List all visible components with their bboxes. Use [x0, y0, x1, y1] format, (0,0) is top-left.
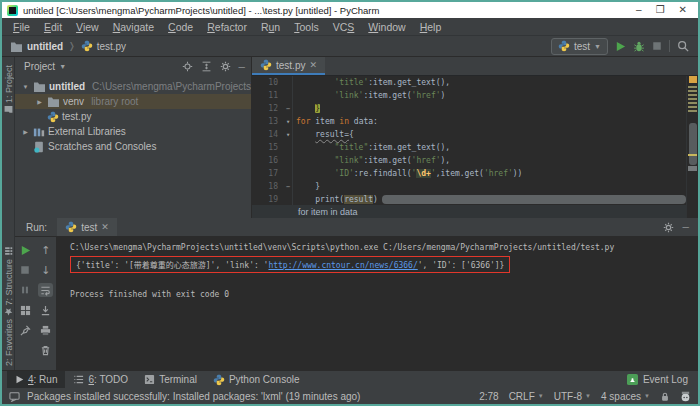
tree-item-external-libraries[interactable]: ▶ External Libraries [15, 124, 251, 139]
chevron-down-icon[interactable]: ▼ [21, 84, 30, 90]
hide-panel-button[interactable]: ─ [239, 62, 245, 72]
locate-file-button[interactable] [182, 61, 193, 72]
debug-button[interactable] [633, 40, 645, 52]
indent-widget[interactable]: 4 spaces▼ [601, 391, 650, 402]
run-configuration-select[interactable]: test ▼ [551, 38, 608, 55]
close-button[interactable]: ✕ [679, 2, 687, 18]
stripe-mark-thumb[interactable] [689, 123, 697, 165]
stripe-mark-tick [688, 106, 697, 108]
run-console[interactable]: C:\Users\mengma\PycharmProjects\untitled… [57, 237, 698, 370]
encoding-widget[interactable]: UTF-8▼ [554, 391, 591, 402]
maximize-button[interactable]: ❐ [656, 2, 665, 18]
error-stripe-scrollbar[interactable] [686, 76, 698, 218]
python-icon [213, 374, 225, 386]
code-segment: :item.get_text(), [368, 143, 450, 152]
code-line-14[interactable]: 14 ▾ result={ [252, 128, 686, 141]
caret-position-widget[interactable]: 2:78 [479, 391, 498, 402]
code-line-12[interactable]: 12 − } [252, 102, 686, 115]
clear-all-button[interactable] [38, 343, 53, 357]
line-number: 15 [252, 143, 282, 152]
code-segment: :item.get( [363, 91, 411, 100]
breadcrumb-untitled[interactable]: untitled [10, 41, 63, 52]
code-segment: 'title' [335, 78, 369, 87]
code-line-11[interactable]: 11 'link':item.get('href') [252, 89, 686, 102]
menu-refactor[interactable]: Refactor [200, 21, 254, 33]
chevron-right-icon[interactable]: ▶ [21, 128, 30, 135]
code-line-17[interactable]: 17 'ID':re.findall('\d+',item.get('href'… [252, 167, 686, 180]
tree-item-untitled[interactable]: ▼ untitledC:\Users\mengma\PycharmProject… [15, 79, 251, 94]
close-icon[interactable]: ✕ [309, 60, 317, 70]
code-line-10[interactable]: 10 'title':item.get_text(), [252, 76, 686, 89]
console-output-link[interactable]: http://www.cntour.cn/news/6366/ [268, 261, 417, 270]
code-line-19[interactable]: 19 print(result) [252, 193, 686, 205]
pause-button[interactable] [18, 283, 33, 297]
chevron-down-icon: ▼ [59, 63, 66, 70]
minimize-button[interactable]: – [636, 2, 642, 18]
down-button[interactable]: ↓ [38, 263, 53, 277]
toolwindow-button-6-todo[interactable]: 6: TODO [65, 371, 136, 388]
inspections-profile-icon[interactable] [680, 391, 691, 402]
run-tab-test[interactable]: test ✕ [57, 218, 117, 236]
left-tool-stripe: 1: Project 7: Structure 2: Favorites [2, 57, 15, 370]
python-icon [558, 40, 570, 52]
breadcrumb-test-py[interactable]: test.py [81, 40, 126, 52]
lock-icon[interactable] [660, 391, 670, 402]
chevron-right-icon[interactable]: ▶ [35, 98, 44, 105]
menu-edit[interactable]: Edit [37, 21, 69, 33]
menu-help[interactable]: Help [413, 21, 449, 33]
menu-window[interactable]: Window [361, 21, 412, 33]
rerun-button[interactable] [18, 243, 33, 257]
search-everywhere-button[interactable] [677, 40, 689, 52]
gear-icon[interactable] [663, 222, 674, 233]
toolwindow-button-terminal[interactable]: Terminal [136, 371, 205, 388]
code-line-16[interactable]: 16 "link":item.get('href'), [252, 154, 686, 167]
line-number: 10 [252, 78, 282, 87]
up-button[interactable]: ↑ [38, 243, 53, 257]
code-editor[interactable]: 10 'title':item.get_text(), 11 'link':it… [252, 76, 686, 205]
stripe-mark-tick [688, 86, 697, 88]
toolwindow-button-favorites[interactable]: 2: Favorites [2, 307, 15, 366]
toolwindow-button-python-console[interactable]: Python Console [205, 371, 308, 388]
print-button[interactable] [38, 323, 53, 337]
code-line-15[interactable]: 15 "title":item.get_text(), [252, 141, 686, 154]
line-separator-widget[interactable]: CRLF▼ [509, 391, 544, 402]
stop-button[interactable] [18, 263, 33, 277]
stop-button[interactable] [652, 41, 662, 51]
close-icon[interactable]: ✕ [101, 222, 109, 232]
project-view-select[interactable]: Project [24, 61, 55, 72]
menu-run[interactable]: Run [254, 21, 287, 33]
soft-wrap-button[interactable] [38, 283, 53, 297]
toolwindow-switcher-icon[interactable] [9, 391, 20, 402]
menu-code[interactable]: Code [161, 21, 200, 33]
pin-button[interactable] [18, 323, 33, 337]
code-line-13[interactable]: 13 ▾ for item in data: [252, 115, 686, 128]
menu-tools[interactable]: Tools [287, 21, 326, 33]
tree-item-scratches-and-consoles[interactable]: Scratches and Consoles [15, 139, 251, 154]
run-configuration-label: test [574, 41, 590, 52]
restore-layout-button[interactable] [18, 303, 33, 317]
run-button[interactable] [615, 41, 626, 52]
toolwindow-button-structure[interactable]: 7: Structure [2, 247, 15, 306]
horizontal-scrollbar[interactable] [382, 195, 686, 204]
toolwindow-button-project[interactable]: 1: Project [2, 65, 15, 114]
editor-tab-test-py[interactable]: test.py ✕ [252, 57, 325, 75]
line-number: 16 [252, 156, 282, 165]
tree-item-venv[interactable]: ▶ venvlibrary root [15, 94, 251, 109]
hide-panel-button[interactable]: ─ [683, 222, 689, 232]
code-line-18[interactable]: 18 − } [252, 180, 686, 193]
event-log-button[interactable]: Event Log [627, 374, 698, 385]
menu-file[interactable]: File [6, 21, 37, 33]
collapse-all-button[interactable] [201, 61, 212, 72]
menu-vcs[interactable]: VCS [326, 21, 362, 33]
toolwindow-button-4-run[interactable]: 4: Run [7, 371, 65, 388]
menu-view[interactable]: View [69, 21, 106, 33]
code-segment: } [315, 182, 320, 191]
line-number: 11 [252, 91, 282, 100]
pin-icon [20, 325, 31, 336]
status-message[interactable]: Packages installed successfully: Install… [27, 391, 360, 402]
console-exit-line: Process finished with exit code 0 [70, 290, 698, 299]
gear-icon[interactable] [220, 61, 231, 72]
scroll-to-end-button[interactable] [38, 303, 53, 317]
tree-item-test-py[interactable]: test.py [15, 109, 251, 124]
menu-navigate[interactable]: Navigate [106, 21, 161, 33]
